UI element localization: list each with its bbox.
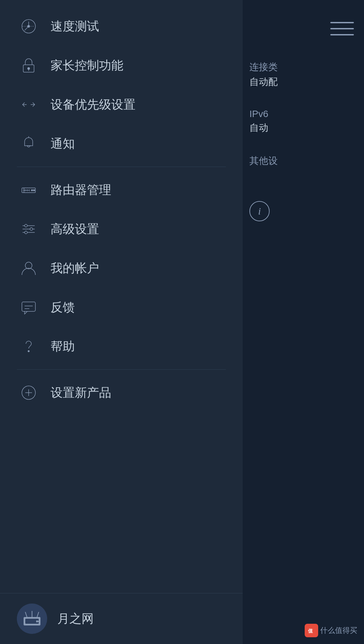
connection-type-value: 自动配 xyxy=(249,76,357,88)
svg-point-5 xyxy=(28,67,30,69)
lock-icon xyxy=(17,57,40,74)
hamburger-button[interactable] xyxy=(330,20,354,37)
avatar xyxy=(17,604,47,634)
add-icon xyxy=(17,384,40,401)
ipv6-section: IPv6 自动 xyxy=(249,109,357,134)
sidebar-item-help-label: 帮助 xyxy=(51,338,75,355)
sidebar-item-router-management[interactable]: 路由器管理 xyxy=(0,170,243,209)
sidebar-item-feedback[interactable]: 反馈 xyxy=(0,288,243,327)
sidebar-item-speed-test-label: 速度测试 xyxy=(51,18,99,35)
svg-point-24 xyxy=(30,228,33,230)
main-container: 速度测试 家长控制功能 xyxy=(0,0,364,644)
device-name-label: 月之网 xyxy=(57,611,94,627)
svg-line-36 xyxy=(25,612,27,617)
svg-text:值: 值 xyxy=(308,628,313,634)
sidebar-item-parental-control[interactable]: 家长控制功能 xyxy=(0,46,243,85)
sidebar-item-feedback-label: 反馈 xyxy=(51,299,75,316)
svg-point-14 xyxy=(33,190,35,191)
sidebar-item-priority-label: 设备优先级设置 xyxy=(51,96,135,113)
sidebar-item-my-account[interactable]: 我的帐户 xyxy=(0,249,243,288)
connection-type-label: 连接类 xyxy=(249,61,357,74)
sidebar-item-advanced-settings[interactable]: 高级设置 xyxy=(0,209,243,249)
sidebar-item-advanced-label: 高级设置 xyxy=(51,221,99,237)
help-icon xyxy=(17,338,40,355)
svg-point-23 xyxy=(25,224,27,227)
sidebar-item-device-priority[interactable]: 设备优先级设置 xyxy=(0,85,243,124)
sidebar: 速度测试 家长控制功能 xyxy=(0,0,243,644)
sidebar-footer: 月之网 xyxy=(0,593,243,644)
hamburger-line-3 xyxy=(330,34,354,35)
svg-point-39 xyxy=(36,620,38,622)
watermark-label: 什么值得买 xyxy=(320,625,357,636)
info-icon-label: i xyxy=(258,205,261,217)
speedtest-icon xyxy=(17,18,40,35)
sidebar-item-notifications-label: 通知 xyxy=(51,136,75,152)
svg-line-38 xyxy=(37,612,39,617)
user-icon xyxy=(17,259,40,277)
bell-icon xyxy=(17,135,40,152)
settings-icon xyxy=(17,220,40,238)
priority-icon xyxy=(17,96,40,113)
right-panel-content: 连接类 自动配 IPv6 自动 其他设 i xyxy=(243,7,364,228)
info-button[interactable]: i xyxy=(249,201,270,221)
svg-point-26 xyxy=(25,262,32,269)
svg-point-40 xyxy=(38,620,40,622)
right-panel: 连接类 自动配 IPv6 自动 其他设 i 值 什么值得买 xyxy=(243,0,364,644)
sidebar-item-speed-test[interactable]: 速度测试 xyxy=(0,7,243,46)
feedback-icon xyxy=(17,299,40,316)
watermark: 值 什么值得买 xyxy=(305,624,357,637)
sidebar-item-setup-new-product[interactable]: 设置新产品 xyxy=(0,373,243,412)
ipv6-value: 自动 xyxy=(249,121,357,134)
svg-point-13 xyxy=(31,190,33,191)
sidebar-item-notifications[interactable]: 通知 xyxy=(0,124,243,163)
divider-1 xyxy=(17,167,226,167)
other-settings-section: 其他设 xyxy=(249,155,357,167)
ipv6-label: IPv6 xyxy=(249,109,357,119)
hamburger-line-1 xyxy=(330,22,354,23)
svg-rect-27 xyxy=(22,302,35,311)
sidebar-item-setup-label: 设置新产品 xyxy=(51,385,111,401)
sidebar-menu: 速度测试 家长控制功能 xyxy=(0,0,243,593)
svg-point-30 xyxy=(28,351,29,352)
other-settings-label: 其他设 xyxy=(249,155,357,167)
sidebar-item-account-label: 我的帐户 xyxy=(51,260,99,277)
router-icon xyxy=(17,181,40,199)
hamburger-line-2 xyxy=(330,28,354,29)
svg-point-25 xyxy=(25,231,27,234)
sidebar-item-router-label: 路由器管理 xyxy=(51,182,111,198)
sidebar-item-help[interactable]: 帮助 xyxy=(0,327,243,366)
connection-type-section: 连接类 自动配 xyxy=(249,61,357,88)
divider-2 xyxy=(17,369,226,370)
sidebar-item-parental-label: 家长控制功能 xyxy=(51,57,123,74)
watermark-icon: 值 xyxy=(305,624,318,637)
